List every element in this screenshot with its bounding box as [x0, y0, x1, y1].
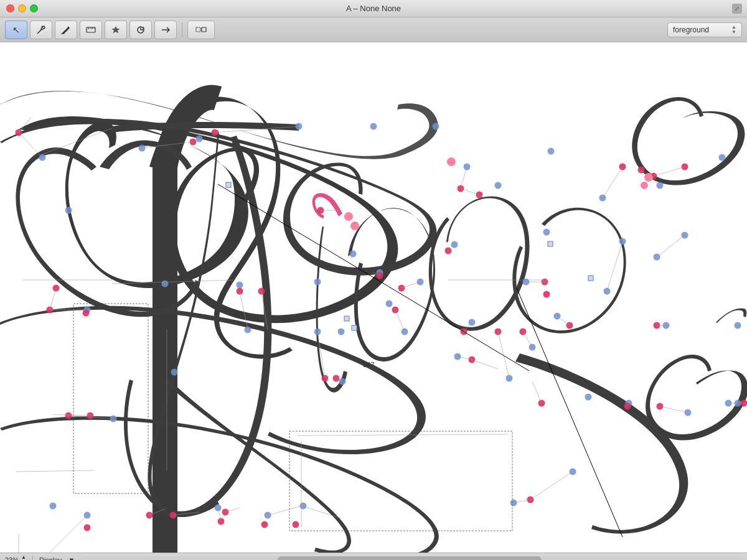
svg-point-23 — [237, 282, 243, 289]
svg-point-19 — [162, 281, 169, 287]
svg-point-16 — [50, 503, 57, 510]
svg-rect-118 — [344, 316, 349, 321]
traffic-lights[interactable] — [6, 4, 38, 12]
svg-point-105 — [624, 403, 631, 410]
pencil-tool-button[interactable] — [55, 21, 77, 39]
svg-point-116 — [641, 182, 648, 189]
display-label: Display... — [39, 556, 67, 561]
svg-point-33 — [370, 123, 377, 130]
svg-point-43 — [495, 182, 502, 189]
svg-point-27 — [300, 503, 307, 510]
pen-tool-button[interactable] — [30, 21, 52, 39]
ruler-tool-button[interactable] — [80, 21, 102, 39]
status-bar: 23% ▲ ▼ Display... ▼ — [0, 553, 747, 560]
status-separator — [32, 556, 33, 561]
maximize-button[interactable] — [30, 4, 38, 12]
svg-point-85 — [293, 521, 299, 528]
canvas-area[interactable]: 547 — [0, 42, 747, 553]
svg-point-48 — [543, 229, 550, 236]
scrollbar-thumb[interactable] — [278, 556, 542, 561]
display-arrow-icon: ▼ — [68, 556, 75, 561]
transform-tool-button[interactable] — [187, 21, 215, 39]
svg-point-20 — [171, 369, 178, 376]
svg-point-75 — [84, 525, 91, 531]
svg-point-38 — [433, 123, 439, 130]
toolbar-separator — [182, 22, 182, 37]
toolbar: ↖ — [0, 17, 747, 42]
window-title: A – None None — [346, 4, 401, 13]
svg-rect-11 — [0, 42, 747, 553]
dropdown-arrows-icon: ▲ ▼ — [731, 25, 736, 35]
svg-point-32 — [350, 251, 357, 258]
rotate-tool-button[interactable] — [129, 21, 152, 39]
zoom-value: 23% — [5, 556, 19, 561]
foreground-dropdown[interactable]: foreground ▲ ▼ — [667, 22, 742, 37]
svg-point-30 — [338, 329, 345, 335]
svg-rect-121 — [588, 276, 593, 281]
svg-point-13 — [65, 207, 72, 214]
foreground-label: foreground — [673, 26, 709, 34]
svg-point-35 — [386, 301, 393, 307]
svg-rect-117 — [226, 182, 231, 187]
svg-point-115 — [644, 173, 653, 182]
foreground-select[interactable]: foreground ▲ ▼ — [667, 22, 742, 37]
svg-point-102 — [543, 291, 550, 298]
svg-rect-10 — [202, 27, 206, 32]
svg-point-0 — [42, 26, 44, 27]
svg-rect-119 — [352, 325, 357, 330]
coordinate-label: 547 — [363, 361, 374, 368]
svg-point-113 — [350, 222, 359, 230]
shape-tool-button[interactable] — [105, 21, 127, 39]
svg-rect-120 — [548, 241, 553, 246]
svg-point-71 — [83, 310, 90, 317]
artwork-canvas[interactable]: 547 — [0, 42, 747, 553]
select-tool-button[interactable]: ↖ — [5, 21, 27, 39]
svg-point-28 — [314, 279, 321, 286]
title-bar: A – None None ⤢ — [0, 0, 747, 17]
zoom-arrows-icon[interactable]: ▲ ▼ — [21, 554, 26, 561]
close-button[interactable] — [6, 4, 14, 12]
svg-point-49 — [548, 148, 555, 155]
zoom-display[interactable]: 23% ▲ ▼ — [5, 554, 26, 561]
resize-button[interactable]: ⤢ — [732, 4, 742, 14]
display-button[interactable]: Display... ▼ — [39, 556, 75, 561]
horizontal-scrollbar[interactable] — [80, 556, 740, 561]
svg-point-84 — [261, 521, 268, 528]
svg-point-114 — [447, 157, 456, 166]
svg-point-21 — [196, 136, 203, 142]
svg-point-53 — [585, 394, 592, 401]
svg-point-65 — [735, 322, 741, 329]
minimize-button[interactable] — [18, 4, 26, 12]
svg-point-63 — [719, 154, 726, 161]
svg-point-112 — [344, 212, 353, 221]
svg-rect-9 — [196, 27, 200, 32]
arrow-tool-button[interactable] — [154, 21, 177, 39]
